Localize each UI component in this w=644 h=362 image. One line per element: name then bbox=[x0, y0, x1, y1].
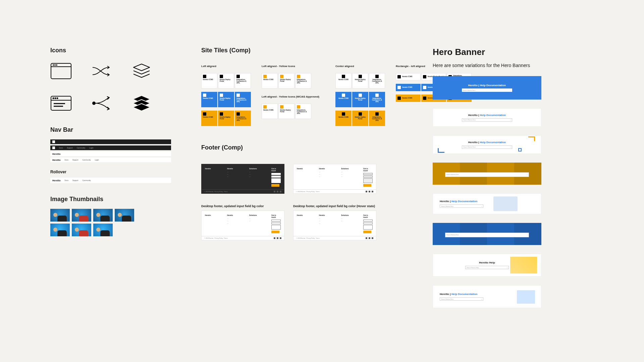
logo-icon bbox=[52, 146, 55, 149]
search-input[interactable]: Search Heretto Docs⌕ bbox=[440, 204, 483, 208]
search-icon: ⌕ bbox=[481, 298, 482, 300]
thumbnail-grid bbox=[50, 209, 138, 236]
tile[interactable]: Integrations, Connectors & APIs bbox=[295, 73, 311, 88]
icons-heading: Icons bbox=[50, 47, 171, 54]
nav-link[interactable]: Support bbox=[72, 159, 78, 161]
nav-link[interactable]: Support bbox=[72, 179, 78, 181]
thumbnail[interactable] bbox=[72, 209, 91, 222]
search-input[interactable]: Search Heretto Docs⌕ bbox=[445, 172, 529, 177]
tile[interactable]: Heretto Deploy Portal bbox=[218, 73, 234, 88]
search-input[interactable]: Search Heretto Docs⌕ bbox=[462, 118, 512, 122]
thumbnail[interactable] bbox=[93, 224, 113, 236]
hero-image bbox=[493, 196, 518, 211]
tile[interactable]: Integrations, Connectors & APIs bbox=[369, 92, 385, 107]
footer-light: Heretto Heretto——— Solutions——— Get in t… bbox=[293, 164, 376, 194]
tile[interactable]: Heretto CCMS bbox=[396, 73, 421, 80]
tile[interactable]: Heretto Deploy Portal bbox=[218, 111, 234, 126]
navbar-rollover: Heretto Docs Support Community bbox=[50, 178, 171, 183]
layers-solid-icon bbox=[131, 94, 168, 114]
variant-label: Left aligned bbox=[201, 65, 255, 68]
submit-button[interactable] bbox=[363, 184, 371, 187]
footer-variant-label: Desktop footer, updated input field bg c… bbox=[201, 204, 284, 208]
nav-link[interactable]: Login bbox=[89, 147, 93, 149]
tile[interactable]: Integrations, Connectors & APIs bbox=[369, 73, 385, 88]
tile[interactable]: Heretto Deploy Portal bbox=[278, 104, 294, 119]
nav-link[interactable]: Docs bbox=[59, 147, 63, 149]
thumbnail[interactable] bbox=[50, 224, 70, 236]
svg-point-13 bbox=[92, 102, 96, 105]
tiles-left-yellow: Left aligned - Yellow Icons Heretto CCMS… bbox=[262, 61, 329, 126]
tile[interactable]: Heretto CCMS bbox=[201, 111, 217, 126]
hero-banners: Heretto | Help Documentation Search Here… bbox=[433, 76, 560, 308]
submit-button[interactable] bbox=[271, 184, 279, 187]
search-icon: ⌕ bbox=[510, 146, 511, 148]
svg-point-4 bbox=[56, 65, 57, 65]
hero-title: Heretto | Help Documentation bbox=[440, 293, 477, 296]
thumbnail[interactable] bbox=[93, 209, 113, 222]
tile[interactable]: Integrations, Connectors & APIs bbox=[235, 92, 251, 107]
thumbnail[interactable] bbox=[72, 224, 91, 236]
brand-text: Heretto bbox=[52, 153, 61, 155]
search-input[interactable]: Search Heretto Docs⌕ bbox=[445, 233, 529, 237]
tile[interactable]: Heretto Deploy Portal bbox=[218, 92, 234, 107]
layers-icon bbox=[131, 61, 168, 81]
navbar-dark-iconnav bbox=[50, 139, 171, 144]
search-input[interactable]: Search Heretto Help⌕ bbox=[465, 266, 509, 269]
search-icon: ⌕ bbox=[511, 89, 511, 91]
legal-text: © 2023 Heretto · Privacy Policy · Terms bbox=[296, 237, 320, 239]
tile[interactable]: Heretto CCMS bbox=[396, 95, 421, 102]
tile[interactable]: Heretto Deploy Portal bbox=[352, 111, 368, 126]
thumbnail[interactable] bbox=[115, 209, 134, 222]
tile[interactable]: Heretto CCMS bbox=[201, 92, 217, 107]
browser-lines-icon bbox=[50, 94, 87, 114]
svg-point-9 bbox=[55, 98, 56, 99]
tile[interactable]: Heretto Deploy Portal bbox=[278, 73, 294, 88]
tile[interactable]: Heretto Deploy Portal bbox=[352, 92, 368, 107]
thumbnail[interactable] bbox=[50, 209, 70, 222]
navbar-variants: Docs Support Community Login Heretto Her… bbox=[50, 139, 171, 162]
tile[interactable]: Heretto CCMS bbox=[335, 73, 352, 88]
nav-link[interactable]: Community bbox=[82, 159, 91, 161]
nav-link[interactable]: Login bbox=[95, 159, 99, 161]
tile[interactable]: Heretto CCMS bbox=[262, 73, 278, 88]
tile[interactable]: Heretto CCMS bbox=[335, 92, 352, 107]
search-input[interactable]: Search Heretto Docs⌕ bbox=[440, 297, 483, 301]
tile[interactable]: Heretto CCMS bbox=[262, 104, 278, 119]
legal-text: © 2023 Heretto · Privacy Policy · Terms bbox=[204, 191, 228, 192]
search-input[interactable]: Search Heretto Docs⌕ bbox=[462, 88, 512, 92]
footer-light-hover: Heretto Heretto——— Solutions—— Get in to… bbox=[293, 210, 376, 240]
search-icon: ⌕ bbox=[527, 174, 528, 175]
nav-link[interactable]: Docs bbox=[65, 159, 68, 161]
nav-link[interactable]: Docs bbox=[65, 179, 68, 181]
tile[interactable]: Integrations, Connectors & APIs bbox=[369, 111, 385, 126]
hero-plain-white: Heretto | Help Documentation Search Here… bbox=[433, 108, 541, 127]
svg-point-8 bbox=[53, 98, 54, 99]
tiles-left-aligned: Left aligned Heretto CCMS Heretto Deploy… bbox=[201, 61, 255, 126]
tile[interactable]: Integrations, Connectors & APIs bbox=[235, 111, 251, 126]
hero-heading: Hero Banner bbox=[433, 47, 560, 57]
window-icon bbox=[50, 61, 87, 81]
navbar-dark-full: Docs Support Community Login bbox=[50, 145, 171, 150]
submit-button[interactable] bbox=[363, 231, 371, 233]
tile[interactable]: Integrations, Connectors & APIs bbox=[235, 73, 251, 88]
tile[interactable]: Integrations, Connectors & APIs bbox=[295, 104, 311, 119]
footer-light-updated: Heretto Heretto——— Solutions—— Get in to… bbox=[201, 210, 284, 240]
navbar-light-full: Heretto Docs Support Community Login bbox=[50, 158, 171, 162]
hero-lede: Here are some variations for the Hero Ba… bbox=[433, 63, 560, 68]
brand-text: Heretto bbox=[52, 179, 61, 182]
nav-link[interactable]: Community bbox=[77, 147, 85, 149]
left-column: Icons Nav Bar Docs Support Community Log… bbox=[50, 47, 171, 308]
hero-docs-illustration: Heretto | Help Documentation Search Here… bbox=[433, 285, 541, 308]
tile[interactable]: Heretto Deploy Portal bbox=[352, 73, 368, 88]
hero-title: Heretto | Help Documentation bbox=[468, 84, 506, 87]
thumbnails-heading: Image Thumbnails bbox=[50, 196, 171, 203]
tile[interactable]: Heretto CCMS bbox=[201, 73, 217, 88]
submit-button[interactable] bbox=[271, 231, 279, 233]
tile[interactable]: Heretto CCMS bbox=[396, 84, 421, 91]
nav-link[interactable]: Community bbox=[82, 179, 91, 181]
icon-grid bbox=[50, 61, 171, 114]
tile[interactable]: Heretto CCMS bbox=[335, 111, 352, 126]
nav-link[interactable]: Support bbox=[67, 147, 73, 149]
hero-title: Heretto Help bbox=[479, 261, 495, 264]
search-input[interactable]: Search Heretto Docs⌕ bbox=[462, 145, 512, 149]
